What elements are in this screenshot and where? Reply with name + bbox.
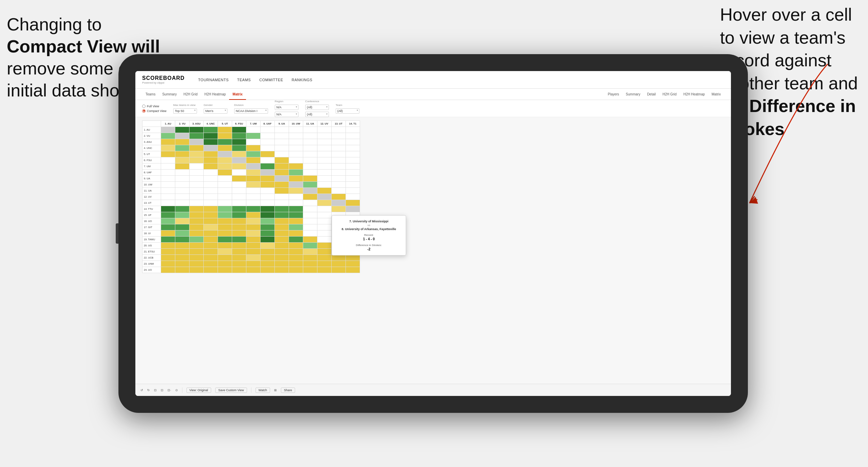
matrix-cell[interactable] xyxy=(175,163,190,170)
matrix-cell[interactable] xyxy=(332,267,346,273)
matrix-cell[interactable] xyxy=(317,261,332,267)
matrix-cell[interactable] xyxy=(161,188,175,194)
matrix-cell[interactable] xyxy=(303,182,317,188)
matrix-cell[interactable] xyxy=(303,237,317,243)
matrix-cell[interactable] xyxy=(190,206,204,212)
matrix-cell[interactable] xyxy=(317,230,332,237)
max-teams-select[interactable]: Top 50 xyxy=(173,108,197,114)
matrix-cell[interactable] xyxy=(289,188,303,194)
matrix-cell[interactable] xyxy=(261,255,275,261)
matrix-cell[interactable] xyxy=(289,194,303,200)
matrix-cell[interactable] xyxy=(232,188,246,194)
matrix-cell[interactable] xyxy=(261,200,275,206)
matrix-cell[interactable] xyxy=(175,200,190,206)
matrix-cell[interactable] xyxy=(161,151,175,157)
subnav-matrix[interactable]: Matrix xyxy=(229,89,246,100)
matrix-cell[interactable] xyxy=(246,237,261,243)
matrix-cell[interactable] xyxy=(175,182,190,188)
matrix-cell[interactable] xyxy=(175,157,190,163)
tool-btn4[interactable]: ⊙ xyxy=(175,388,178,392)
matrix-cell[interactable] xyxy=(204,127,218,133)
matrix-cell[interactable] xyxy=(246,267,261,273)
matrix-cell[interactable] xyxy=(261,157,275,163)
matrix-cell[interactable] xyxy=(204,243,218,249)
matrix-cell[interactable] xyxy=(289,139,303,145)
matrix-cell[interactable] xyxy=(275,176,289,182)
matrix-cell[interactable] xyxy=(161,170,175,176)
subnav-players-matrix[interactable]: Matrix xyxy=(708,89,724,100)
matrix-cell[interactable] xyxy=(289,182,303,188)
matrix-cell[interactable] xyxy=(218,224,232,230)
matrix-cell[interactable] xyxy=(346,133,360,139)
matrix-cell[interactable] xyxy=(232,212,246,218)
matrix-cell[interactable] xyxy=(332,145,346,151)
subnav-teams[interactable]: Teams xyxy=(142,89,159,100)
matrix-cell[interactable] xyxy=(289,200,303,206)
matrix-cell[interactable] xyxy=(303,206,317,212)
matrix-cell[interactable] xyxy=(317,182,332,188)
matrix-cell[interactable] xyxy=(218,157,232,163)
matrix-cell[interactable] xyxy=(275,243,289,249)
matrix-cell[interactable] xyxy=(218,127,232,133)
matrix-cell[interactable] xyxy=(190,218,204,224)
matrix-cell[interactable] xyxy=(161,243,175,249)
matrix-cell[interactable] xyxy=(246,224,261,230)
matrix-cell[interactable] xyxy=(332,176,346,182)
matrix-cell[interactable] xyxy=(246,230,261,237)
matrix-cell[interactable] xyxy=(190,151,204,157)
matrix-cell[interactable] xyxy=(346,163,360,170)
matrix-cell[interactable] xyxy=(332,133,346,139)
matrix-cell[interactable] xyxy=(190,157,204,163)
matrix-cell[interactable] xyxy=(261,218,275,224)
matrix-cell[interactable] xyxy=(190,255,204,261)
matrix-cell[interactable] xyxy=(289,212,303,218)
matrix-cell[interactable] xyxy=(232,182,246,188)
matrix-cell[interactable] xyxy=(175,145,190,151)
matrix-cell[interactable] xyxy=(175,230,190,237)
matrix-cell[interactable] xyxy=(175,243,190,249)
matrix-cell[interactable] xyxy=(246,200,261,206)
matrix-cell[interactable] xyxy=(218,230,232,237)
matrix-cell[interactable] xyxy=(246,157,261,163)
region-select2[interactable]: N/A xyxy=(275,112,298,117)
matrix-cell[interactable] xyxy=(161,176,175,182)
matrix-cell[interactable] xyxy=(175,176,190,182)
matrix-cell[interactable] xyxy=(232,267,246,273)
matrix-cell[interactable] xyxy=(261,170,275,176)
matrix-cell[interactable] xyxy=(289,176,303,182)
matrix-cell[interactable] xyxy=(275,200,289,206)
matrix-cell[interactable] xyxy=(303,255,317,261)
matrix-cell[interactable] xyxy=(175,237,190,243)
matrix-cell[interactable] xyxy=(218,255,232,261)
matrix-cell[interactable] xyxy=(204,182,218,188)
matrix-cell[interactable] xyxy=(204,237,218,243)
matrix-container[interactable]: 1. AU 2. VU 3. ASU 4. UNC 5. UT 6. FSU 7… xyxy=(135,117,731,384)
matrix-cell[interactable] xyxy=(161,157,175,163)
matrix-cell[interactable] xyxy=(317,194,332,200)
matrix-cell[interactable] xyxy=(232,237,246,243)
matrix-cell[interactable] xyxy=(303,212,317,218)
matrix-cell[interactable] xyxy=(261,182,275,188)
matrix-cell[interactable] xyxy=(317,133,332,139)
matrix-cell[interactable] xyxy=(289,255,303,261)
matrix-cell[interactable] xyxy=(246,261,261,267)
matrix-cell[interactable] xyxy=(218,249,232,255)
matrix-cell[interactable] xyxy=(261,267,275,273)
matrix-cell[interactable] xyxy=(289,261,303,267)
matrix-cell[interactable] xyxy=(190,212,204,218)
export-btn[interactable]: ⊞ xyxy=(274,388,277,392)
matrix-cell[interactable] xyxy=(161,206,175,212)
matrix-cell[interactable] xyxy=(246,176,261,182)
matrix-cell[interactable] xyxy=(346,182,360,188)
watch-btn[interactable]: Watch xyxy=(255,387,270,393)
matrix-cell[interactable] xyxy=(190,170,204,176)
matrix-cell[interactable] xyxy=(275,157,289,163)
tool-btn1[interactable]: ⊡ xyxy=(154,388,157,392)
matrix-cell[interactable] xyxy=(275,188,289,194)
matrix-cell[interactable] xyxy=(332,151,346,157)
matrix-cell[interactable] xyxy=(218,170,232,176)
matrix-cell[interactable] xyxy=(317,176,332,182)
matrix-cell[interactable] xyxy=(317,237,332,243)
matrix-cell[interactable] xyxy=(232,230,246,237)
matrix-cell[interactable] xyxy=(175,249,190,255)
